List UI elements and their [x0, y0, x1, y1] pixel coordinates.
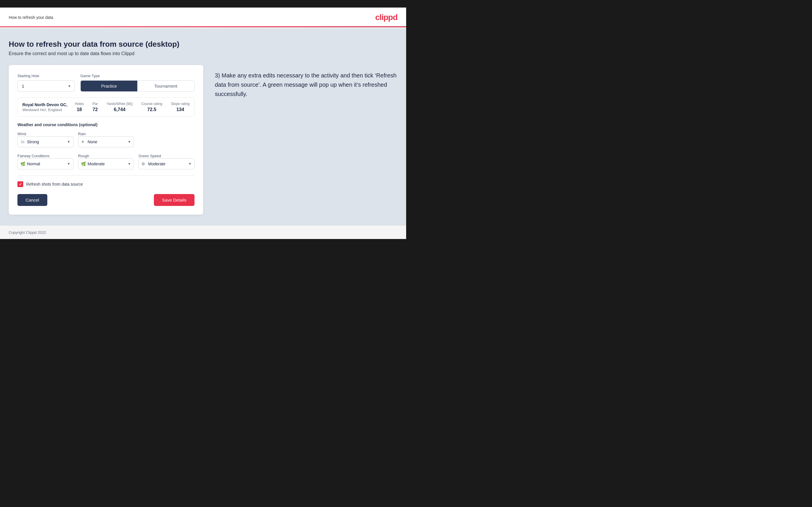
copyright-text: Copyright Clippd 2022 — [9, 230, 46, 235]
rain-label: Rain — [78, 132, 86, 136]
slope-rating-label: Slope rating — [171, 102, 190, 106]
holes-label: Holes — [75, 102, 84, 106]
par-value: 72 — [93, 107, 98, 112]
top-bar — [0, 0, 406, 7]
rain-select-wrapper: ☀ None Light Heavy ▼ — [78, 136, 134, 147]
holes-value: 18 — [77, 107, 82, 112]
header: How to refresh your data clippd — [0, 7, 406, 28]
slope-rating-value: 134 — [176, 107, 184, 112]
side-text: 3) Make any extra edits necessary to the… — [215, 65, 397, 99]
refresh-checkbox-row: Refresh shots from data source — [17, 181, 195, 187]
green-speed-group: Green Speed ⚙ Moderate Slow Fast ▼ — [139, 153, 195, 169]
form-card: Starting Hole 1 10 ▼ Game Type Practice … — [9, 65, 203, 215]
page-subheading: Ensure the correct and most up to date d… — [9, 51, 397, 56]
rough-select[interactable]: Moderate Light Heavy — [78, 158, 134, 169]
slope-rating-stat: Slope rating 134 — [171, 102, 190, 112]
rough-label: Rough — [78, 154, 89, 158]
rough-icon: 🌿 — [81, 162, 86, 166]
footer: Copyright Clippd 2022 — [0, 225, 406, 239]
fairway-select-wrapper: 🌿 Normal Soft Hard ▼ — [17, 158, 73, 169]
fairway-label: Fairway Conditions — [17, 154, 50, 158]
divider — [17, 175, 195, 175]
course-location: Westward Ho!, England — [22, 108, 75, 112]
content-area: Starting Hole 1 10 ▼ Game Type Practice … — [9, 65, 397, 215]
cancel-button[interactable]: Cancel — [17, 194, 47, 206]
yards-stat: Yards/White (M)) 6,744 — [107, 102, 133, 112]
practice-button[interactable]: Practice — [81, 80, 138, 91]
par-stat: Par 72 — [92, 102, 98, 112]
yards-label: Yards/White (M)) — [107, 102, 133, 106]
par-label: Par — [92, 102, 98, 106]
course-stats: Holes 18 Par 72 Yards/White (M)) 6,744 — [75, 102, 190, 112]
starting-hole-group: Starting Hole 1 10 ▼ — [17, 74, 74, 92]
game-type-label: Game Type — [81, 74, 195, 78]
fairway-rough-green-row: Fairway Conditions 🌿 Normal Soft Hard ▼ … — [17, 153, 195, 169]
green-speed-select-wrapper: ⚙ Moderate Slow Fast ▼ — [139, 158, 195, 169]
course-info: Royal North Devon GC, Westward Ho!, Engl… — [22, 102, 75, 112]
conditions-heading: Weather and course conditions (optional) — [17, 122, 195, 127]
yards-value: 6,744 — [114, 107, 125, 112]
wind-select-wrapper: 🌬 Strong Light Moderate None ▼ — [17, 136, 73, 147]
starting-hole-select[interactable]: 1 10 — [17, 80, 74, 92]
wind-group: Wind 🌬 Strong Light Moderate None ▼ — [17, 131, 73, 147]
holes-stat: Holes 18 — [75, 102, 84, 112]
rough-select-wrapper: 🌿 Moderate Light Heavy ▼ — [78, 158, 134, 169]
rain-select[interactable]: None Light Heavy — [78, 136, 134, 147]
rain-icon: ☀ — [81, 139, 85, 144]
green-speed-label: Green Speed — [139, 154, 161, 158]
green-speed-icon: ⚙ — [141, 162, 145, 166]
green-speed-select[interactable]: Moderate Slow Fast — [139, 158, 195, 169]
fairway-icon: 🌿 — [20, 162, 25, 166]
refresh-checkbox-label: Refresh shots from data source — [26, 182, 83, 186]
button-row: Cancel Save Details — [17, 194, 195, 206]
wind-select[interactable]: Strong Light Moderate None — [17, 136, 73, 147]
top-form-row: Starting Hole 1 10 ▼ Game Type Practice … — [17, 74, 195, 92]
game-type-group: Game Type Practice Tournament — [81, 74, 195, 92]
game-type-buttons: Practice Tournament — [81, 80, 195, 92]
course-name: Royal North Devon GC, — [22, 102, 75, 107]
course-rating-value: 72.5 — [147, 107, 156, 112]
starting-hole-label: Starting Hole — [17, 74, 74, 78]
save-button[interactable]: Save Details — [154, 194, 195, 206]
fairway-group: Fairway Conditions 🌿 Normal Soft Hard ▼ — [17, 153, 73, 169]
header-title: How to refresh your data — [9, 15, 53, 20]
logo: clippd — [375, 13, 397, 22]
wind-rain-row: Wind 🌬 Strong Light Moderate None ▼ Rain — [17, 131, 195, 147]
wind-icon: 🌬 — [20, 139, 24, 144]
starting-hole-wrapper: 1 10 ▼ — [17, 80, 74, 92]
fairway-select[interactable]: Normal Soft Hard — [17, 158, 73, 169]
main-content: How to refresh your data from source (de… — [0, 28, 406, 225]
course-row: Royal North Devon GC, Westward Ho!, Engl… — [18, 98, 194, 116]
side-description: 3) Make any extra edits necessary to the… — [215, 71, 397, 99]
rough-group: Rough 🌿 Moderate Light Heavy ▼ — [78, 153, 134, 169]
tournament-button[interactable]: Tournament — [137, 80, 194, 91]
rain-group: Rain ☀ None Light Heavy ▼ — [78, 131, 134, 147]
refresh-checkbox[interactable] — [17, 181, 23, 187]
page-heading: How to refresh your data from source (de… — [9, 40, 397, 49]
wind-label: Wind — [17, 132, 26, 136]
course-table: Royal North Devon GC, Westward Ho!, Engl… — [17, 98, 195, 117]
course-rating-stat: Course rating 72.5 — [141, 102, 162, 112]
course-rating-label: Course rating — [141, 102, 162, 106]
